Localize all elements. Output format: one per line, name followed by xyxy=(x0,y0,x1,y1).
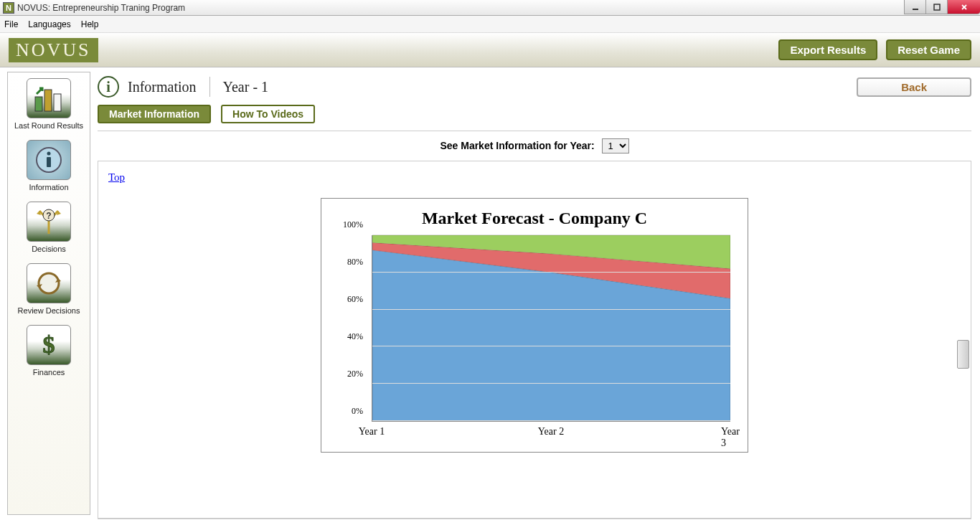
svg-rect-5 xyxy=(44,90,52,111)
scrollbar-thumb[interactable] xyxy=(957,340,969,369)
window-titlebar: N NOVUS: Entrepreneurship Traning Progra… xyxy=(0,0,980,16)
divider xyxy=(209,77,210,97)
chart-y-axis: 0%20%40%60%80%100% xyxy=(331,235,367,422)
maximize-button[interactable] xyxy=(925,0,947,14)
chart-frame: Market Forecast - Company C 0%20%40%60%8… xyxy=(321,198,748,453)
tab-row: Market Information How To Videos xyxy=(98,100,971,131)
sidebar-item-decisions[interactable]: ? Decisions xyxy=(8,202,90,253)
chart-title: Market Forecast - Company C xyxy=(331,209,738,228)
svg-rect-6 xyxy=(54,94,61,111)
sidebar: Last Round Results Information ? xyxy=(7,72,90,515)
close-button[interactable] xyxy=(947,0,980,14)
top-link[interactable]: Top xyxy=(108,171,125,183)
page-header: i Information Year - 1 Back xyxy=(98,73,971,100)
tab-how-to-videos[interactable]: How To Videos xyxy=(221,105,315,123)
sidebar-item-review-decisions[interactable]: Review Decisions xyxy=(8,263,90,315)
sidebar-item-information[interactable]: Information xyxy=(8,140,90,191)
window-controls xyxy=(904,0,980,14)
year-selector-label: See Market Information for Year: xyxy=(440,140,594,151)
sidebar-item-label: Review Decisions xyxy=(18,306,80,315)
svg-rect-4 xyxy=(35,97,42,111)
svg-point-14 xyxy=(39,273,59,293)
sidebar-item-last-round-results[interactable]: Last Round Results xyxy=(8,78,90,130)
window-title: NOVUS: Entrepreneurship Traning Program xyxy=(17,3,185,13)
minimize-button[interactable] xyxy=(904,0,925,14)
sidebar-item-finances[interactable]: $ Finances xyxy=(8,325,90,377)
sidebar-item-label: Decisions xyxy=(32,245,66,253)
back-button[interactable]: Back xyxy=(857,77,971,97)
main-layout: Last Round Results Information ? xyxy=(0,67,980,519)
chart-x-axis: Year 1Year 2Year 3 xyxy=(372,422,730,439)
svg-rect-1 xyxy=(934,4,940,10)
menu-help[interactable]: Help xyxy=(81,19,99,29)
svg-text:$: $ xyxy=(43,331,55,358)
year-selector-row: See Market Information for Year: 1 xyxy=(98,131,971,161)
menu-file[interactable]: File xyxy=(4,19,18,29)
content-area: i Information Year - 1 Back Market Infor… xyxy=(90,67,980,519)
year-selector[interactable]: 1 xyxy=(602,138,629,153)
decision-tree-icon: ? xyxy=(27,202,71,242)
svg-rect-9 xyxy=(47,157,51,167)
reset-game-button[interactable]: Reset Game xyxy=(886,39,971,60)
sidebar-item-label: Last Round Results xyxy=(14,121,83,130)
app-logo: NOVUS xyxy=(9,38,98,62)
export-results-button[interactable]: Export Results xyxy=(778,39,877,60)
scroll-area: Top Market Forecast - Company C 0%20%40%… xyxy=(98,161,971,519)
page-title: Information xyxy=(128,79,197,95)
info-icon xyxy=(27,140,71,180)
chart-plot: 0%20%40%60%80%100% xyxy=(372,235,730,422)
sidebar-item-label: Finances xyxy=(33,368,65,377)
app-header: NOVUS Export Results Reset Game xyxy=(0,33,980,67)
footer-divider xyxy=(98,519,971,519)
sidebar-item-label: Information xyxy=(29,183,68,191)
year-label: Year - 1 xyxy=(223,79,269,95)
menu-bar: File Languages Help xyxy=(0,16,980,33)
tab-market-information[interactable]: Market Information xyxy=(98,105,211,123)
svg-point-8 xyxy=(47,152,51,156)
menu-languages[interactable]: Languages xyxy=(28,19,70,29)
area-chart-svg xyxy=(372,235,730,421)
app-icon: N xyxy=(3,2,14,14)
info-icon: i xyxy=(98,76,119,98)
bar-chart-icon xyxy=(27,78,71,118)
cycle-icon xyxy=(27,263,71,303)
dollar-icon: $ xyxy=(27,325,71,365)
svg-text:?: ? xyxy=(46,211,51,221)
